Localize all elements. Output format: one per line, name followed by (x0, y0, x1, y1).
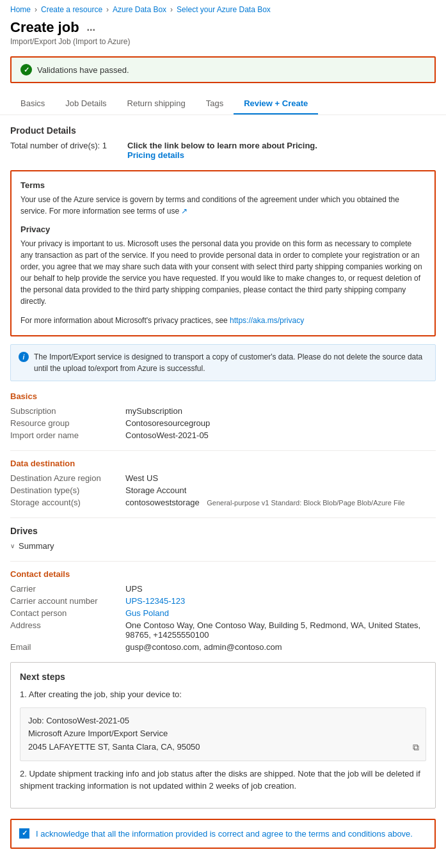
email-label: Email (10, 642, 125, 652)
drives-count-label: Total number of drive(s): 1 (10, 141, 107, 150)
product-details-section: Product Details Total number of drive(s)… (10, 125, 436, 160)
review-row-resource-group: Resource group Contosoresourcegroup (10, 418, 436, 428)
dest-type-value: Storage Account (125, 485, 436, 495)
tab-review-create[interactable]: Review + Create (234, 93, 318, 114)
basics-title: Basics (10, 391, 436, 401)
product-details-title: Product Details (10, 125, 436, 136)
privacy-text: Your privacy is important to us. Microso… (20, 238, 426, 307)
review-row-email: Email gusp@contoso.com, admin@contoso.co… (10, 642, 436, 652)
carrier-value: UPS (125, 584, 436, 594)
tab-return-shipping[interactable]: Return shipping (117, 93, 196, 114)
storage-label: Storage account(s) (10, 498, 125, 507)
acknowledge-box: I acknowledge that all the information p… (10, 819, 436, 849)
review-row-carrier-account: Carrier account number UPS-12345-123 (10, 596, 436, 606)
breadcrumb-home[interactable]: Home (10, 5, 31, 14)
acknowledge-text: I acknowledge that all the information p… (36, 828, 413, 840)
terms-title: Terms (20, 180, 426, 190)
review-row-storage: Storage account(s) contosoweststorage Ge… (10, 498, 436, 507)
breadcrumb-create-resource[interactable]: Create a resource (41, 5, 102, 14)
privacy-footer: For more information about Microsoft's p… (20, 315, 426, 326)
tab-job-details[interactable]: Job Details (55, 93, 116, 114)
data-destination-section: Data destination Destination Azure regio… (10, 459, 436, 507)
storage-value: contosoweststorage General-purpose v1 St… (125, 498, 436, 507)
region-value: West US (125, 473, 436, 483)
review-row-address: Address One Contoso Way, One Contoso Way… (10, 620, 436, 640)
tab-tags[interactable]: Tags (196, 93, 234, 114)
page-subtitle: Import/Export Job (Import to Azure) (10, 37, 436, 46)
drives-title: Drives (10, 526, 436, 536)
validation-banner: Validations have passed. (10, 56, 436, 83)
import-order-value: ContosoWest-2021-05 (125, 430, 436, 440)
divider-3 (10, 561, 436, 562)
breadcrumb-select-azure-data-box[interactable]: Select your Azure Data Box (177, 5, 271, 14)
review-row-contact-person: Contact person Gus Poland (10, 608, 436, 618)
address-line3: 2045 LAFAYETTE ST, Santa Clara, CA, 9505… (28, 741, 418, 754)
info-banner-text: The Import/Export service is designed to… (34, 351, 427, 374)
carrier-label: Carrier (10, 584, 125, 594)
header-menu-icon[interactable]: ... (87, 22, 95, 33)
address-line1: Job: ContosoWest-2021-05 (28, 714, 418, 728)
copy-icon[interactable]: ⧉ (413, 740, 419, 754)
review-row-import-order: Import order name ContosoWest-2021-05 (10, 430, 436, 440)
pricing-info: Click the link below to learn more about… (127, 141, 317, 160)
carrier-account-label: Carrier account number (10, 596, 125, 606)
storage-note: General-purpose v1 Standard: Block Blob/… (207, 499, 404, 507)
divider-2 (10, 517, 436, 518)
dest-type-label: Destination type(s) (10, 485, 125, 495)
chevron-down-icon: ∨ (10, 542, 15, 549)
review-row-region: Destination Azure region West US (10, 473, 436, 483)
import-order-label: Import order name (10, 430, 125, 440)
subscription-value: mySubscription (125, 406, 436, 416)
address-line2: Microsoft Azure Import/Export Service (28, 727, 418, 741)
privacy-title: Privacy (20, 225, 426, 234)
drives-section: Drives ∨ Summary (10, 526, 436, 551)
page-header: Create job ... Import/Export Job (Import… (0, 17, 446, 51)
terms-text: Your use of the Azure service is govern … (20, 194, 426, 217)
resource-group-label: Resource group (10, 418, 125, 428)
product-details-row: Total number of drive(s): 1 Click the li… (10, 141, 436, 160)
info-banner: The Import/Export service is designed to… (10, 344, 436, 381)
contact-person-value[interactable]: Gus Poland (125, 608, 436, 618)
next-steps-box: Next steps 1. After creating the job, sh… (10, 662, 436, 809)
review-row-carrier: Carrier UPS (10, 584, 436, 594)
info-icon (19, 352, 29, 362)
drives-summary-label: Summary (19, 541, 54, 551)
breadcrumb-azure-data-box[interactable]: Azure Data Box (113, 5, 166, 14)
review-row-dest-type: Destination type(s) Storage Account (10, 485, 436, 495)
breadcrumb: Home › Create a resource › Azure Data Bo… (0, 0, 446, 17)
contact-details-title: Contact details (10, 569, 436, 579)
page-title-text: Create job (10, 19, 79, 36)
address-box: Job: ContosoWest-2021-05 Microsoft Azure… (20, 707, 426, 761)
pricing-details-link[interactable]: Pricing details (127, 150, 184, 160)
next-steps-step1: 1. After creating the job, ship your dev… (20, 688, 426, 701)
review-row-subscription: Subscription mySubscription (10, 406, 436, 416)
region-label: Destination Azure region (10, 473, 125, 483)
terms-box: Terms Your use of the Azure service is g… (10, 170, 436, 336)
terms-of-use-link[interactable]: ↗ (181, 207, 187, 216)
tab-basics[interactable]: Basics (10, 93, 55, 114)
validation-message: Validations have passed. (37, 65, 129, 75)
subscription-label: Subscription (10, 406, 125, 416)
drives-summary-toggle[interactable]: ∨ Summary (10, 541, 436, 551)
main-content: Product Details Total number of drive(s)… (0, 115, 446, 868)
resource-group-value: Contosoresourcegroup (125, 418, 436, 428)
email-value: gusp@contoso.com, admin@contoso.com (125, 642, 436, 652)
validation-check-icon (20, 64, 32, 75)
divider-1 (10, 450, 436, 451)
next-steps-step2: 2. Update shipment tracking info and job… (20, 768, 426, 793)
data-destination-title: Data destination (10, 459, 436, 468)
next-steps-title: Next steps (20, 672, 426, 682)
carrier-account-value[interactable]: UPS-12345-123 (125, 596, 436, 606)
contact-person-label: Contact person (10, 608, 125, 618)
privacy-link[interactable]: https://aka.ms/privacy (230, 316, 304, 325)
contact-details-section: Contact details Carrier UPS Carrier acco… (10, 569, 436, 652)
address-label: Address (10, 620, 125, 640)
address-value: One Contoso Way, One Contoso Way, Buildi… (125, 620, 436, 640)
tabs-container: Basics Job Details Return shipping Tags … (0, 88, 446, 115)
basics-section: Basics Subscription mySubscription Resou… (10, 391, 436, 440)
pricing-text: Click the link below to learn more about… (127, 141, 317, 150)
acknowledge-checkbox[interactable] (19, 828, 29, 839)
